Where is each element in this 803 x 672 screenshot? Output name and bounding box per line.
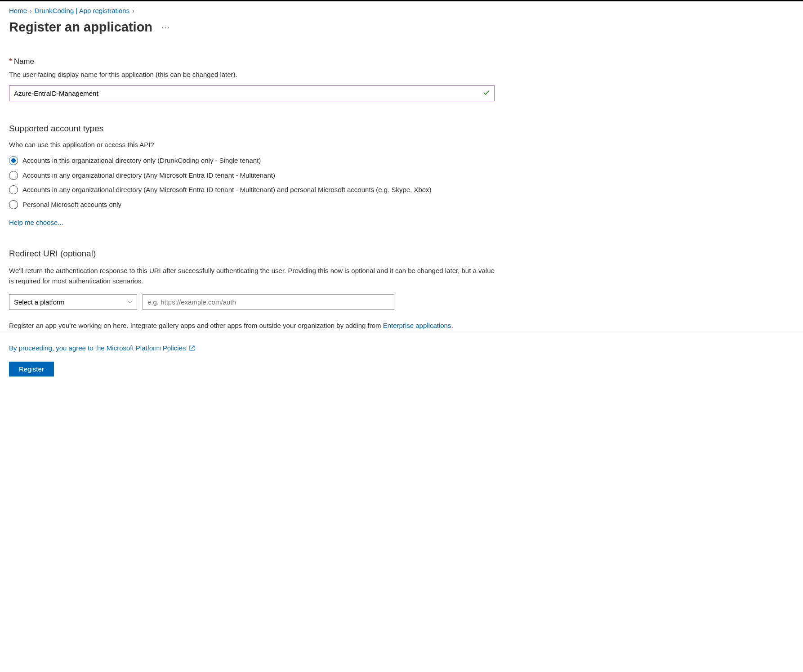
breadcrumb-app-registrations[interactable]: DrunkCoding | App registrations <box>35 7 130 14</box>
radio-single-tenant[interactable]: Accounts in this organizational director… <box>9 156 794 166</box>
radio-personal-only[interactable]: Personal Microsoft accounts only <box>9 200 794 210</box>
radio-label: Accounts in any organizational directory… <box>22 170 275 181</box>
enterprise-note: Register an app you're working on here. … <box>9 322 526 329</box>
redirect-uri-input[interactable] <box>143 294 394 310</box>
page-title: Register an application <box>9 20 152 35</box>
radio-label: Personal Microsoft accounts only <box>22 200 121 210</box>
redirect-uri-heading: Redirect URI (optional) <box>9 249 794 259</box>
validation-check-icon <box>483 89 490 98</box>
radio-icon <box>9 185 18 194</box>
register-button[interactable]: Register <box>9 362 54 376</box>
radio-icon <box>9 171 18 180</box>
account-types-radio-group: Accounts in this organizational director… <box>9 156 794 210</box>
redirect-uri-description: We'll return the authentication response… <box>9 266 495 286</box>
radio-icon <box>9 156 18 165</box>
divider <box>0 334 803 334</box>
account-types-question: Who can use this application or access t… <box>9 141 794 148</box>
platform-select[interactable]: Select a platform <box>9 294 137 310</box>
name-description: The user-facing display name for this ap… <box>9 71 794 78</box>
radio-icon <box>9 200 18 209</box>
chevron-right-icon: › <box>30 7 32 14</box>
radio-label: Accounts in any organizational directory… <box>22 185 432 195</box>
account-types-heading: Supported account types <box>9 124 794 134</box>
enterprise-applications-link[interactable]: Enterprise applications <box>383 322 451 329</box>
radio-label: Accounts in this organizational director… <box>22 156 261 166</box>
radio-multitenant-personal[interactable]: Accounts in any organizational directory… <box>9 185 794 195</box>
breadcrumb: Home › DrunkCoding | App registrations › <box>9 7 794 14</box>
required-asterisk: * <box>9 57 12 66</box>
help-me-choose-link[interactable]: Help me choose... <box>9 219 63 226</box>
external-link-icon <box>189 345 195 351</box>
name-input[interactable] <box>9 85 495 101</box>
radio-multitenant[interactable]: Accounts in any organizational directory… <box>9 170 794 181</box>
platform-policies-link[interactable]: By proceeding, you agree to the Microsof… <box>9 344 195 352</box>
breadcrumb-home[interactable]: Home <box>9 7 27 14</box>
name-label: *Name <box>9 57 794 66</box>
chevron-right-icon: › <box>132 7 134 14</box>
more-actions-button[interactable]: ⋯ <box>161 22 170 32</box>
